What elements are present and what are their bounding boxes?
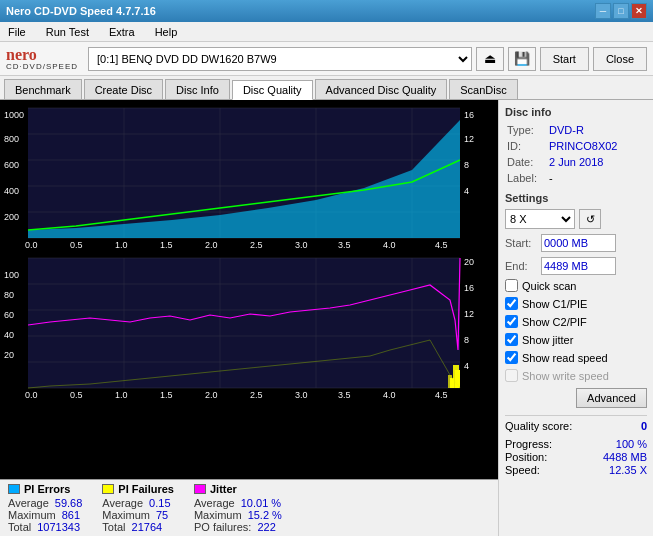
svg-text:12: 12 — [464, 309, 474, 319]
tab-advanced-disc-quality[interactable]: Advanced Disc Quality — [315, 79, 448, 99]
svg-text:4: 4 — [464, 186, 469, 196]
pi-errors-avg-value: 59.68 — [55, 497, 83, 509]
svg-text:16: 16 — [464, 110, 474, 120]
svg-text:4: 4 — [464, 361, 469, 371]
svg-text:1.0: 1.0 — [115, 390, 128, 400]
stats-bar: PI Errors Average 59.68 Maximum 861 Tota… — [0, 479, 498, 536]
show-c1-label: Show C1/PIE — [522, 298, 587, 310]
show-write-speed-row: Show write speed — [505, 369, 647, 382]
start-label: Start: — [505, 237, 537, 249]
tab-disc-quality[interactable]: Disc Quality — [232, 80, 313, 100]
toolbar: nero CD·DVD/SPEED [0:1] BENQ DVD DD DW16… — [0, 42, 653, 76]
svg-text:1.0: 1.0 — [115, 240, 128, 250]
jitter-color — [194, 484, 206, 494]
label-value: - — [549, 171, 645, 185]
menu-help[interactable]: Help — [151, 24, 182, 40]
end-field-row: End: — [505, 257, 647, 275]
settings-title: Settings — [505, 192, 647, 204]
speed-label: Speed: — [505, 464, 540, 476]
nero-logo: nero CD·DVD/SPEED — [6, 47, 78, 71]
svg-text:40: 40 — [4, 330, 14, 340]
svg-text:60: 60 — [4, 310, 14, 320]
show-c2-row: Show C2/PIF — [505, 315, 647, 328]
advanced-button[interactable]: Advanced — [576, 388, 647, 408]
svg-text:1.5: 1.5 — [160, 240, 173, 250]
position-row: Position: 4488 MB — [505, 451, 647, 463]
quality-score-label: Quality score: — [505, 420, 572, 432]
show-read-speed-row: Show read speed — [505, 351, 647, 364]
svg-text:1000: 1000 — [4, 110, 24, 120]
show-write-speed-label: Show write speed — [522, 370, 609, 382]
pi-errors-color — [8, 484, 20, 494]
drive-selector[interactable]: [0:1] BENQ DVD DD DW1620 B7W9 — [88, 47, 472, 71]
progress-section: Progress: 100 % Position: 4488 MB Speed:… — [505, 437, 647, 477]
jitter-max-label: Maximum — [194, 509, 242, 521]
tab-create-disc[interactable]: Create Disc — [84, 79, 163, 99]
svg-text:3.0: 3.0 — [295, 240, 308, 250]
svg-text:0.0: 0.0 — [25, 390, 38, 400]
pi-failures-title: PI Failures — [118, 483, 174, 495]
show-read-speed-checkbox[interactable] — [505, 351, 518, 364]
maximize-button[interactable]: □ — [613, 3, 629, 19]
pi-failures-stats: PI Failures Average 0.15 Maximum 75 Tota… — [102, 483, 174, 533]
window-controls: ─ □ ✕ — [595, 3, 647, 19]
date-label: Date: — [507, 155, 547, 169]
progress-label: Progress: — [505, 438, 552, 450]
pi-errors-stats: PI Errors Average 59.68 Maximum 861 Tota… — [8, 483, 82, 533]
svg-text:4.0: 4.0 — [383, 390, 396, 400]
menu-file[interactable]: File — [4, 24, 30, 40]
close-disc-button[interactable]: Close — [593, 47, 647, 71]
speed-selector[interactable]: 8 X — [505, 209, 575, 229]
menu-run-test[interactable]: Run Test — [42, 24, 93, 40]
progress-row: Progress: 100 % — [505, 438, 647, 450]
pi-failures-max-label: Maximum — [102, 509, 150, 521]
svg-text:600: 600 — [4, 160, 19, 170]
start-input[interactable] — [541, 234, 616, 252]
tab-bar: Benchmark Create Disc Disc Info Disc Qua… — [0, 76, 653, 100]
svg-text:0.0: 0.0 — [25, 240, 38, 250]
quick-scan-checkbox[interactable] — [505, 279, 518, 292]
minimize-button[interactable]: ─ — [595, 3, 611, 19]
pi-failures-max-value: 75 — [156, 509, 168, 521]
end-label: End: — [505, 260, 537, 272]
show-jitter-label: Show jitter — [522, 334, 573, 346]
svg-text:2.0: 2.0 — [205, 390, 218, 400]
pi-failures-avg-label: Average — [102, 497, 143, 509]
tab-disc-info[interactable]: Disc Info — [165, 79, 230, 99]
main-content: 1000 800 600 400 200 16 12 8 4 — [0, 100, 653, 536]
right-panel: Disc info Type: DVD-R ID: PRINCO8X02 Dat… — [498, 100, 653, 536]
tab-benchmark[interactable]: Benchmark — [4, 79, 82, 99]
label-label: Label: — [507, 171, 547, 185]
position-label: Position: — [505, 451, 547, 463]
save-button[interactable]: 💾 — [508, 47, 536, 71]
type-value: DVD-R — [549, 123, 645, 137]
show-jitter-row: Show jitter — [505, 333, 647, 346]
eject-button[interactable]: ⏏ — [476, 47, 504, 71]
tab-scan-disc[interactable]: ScanDisc — [449, 79, 517, 99]
quality-score-value: 0 — [641, 420, 647, 432]
show-c1-row: Show C1/PIE — [505, 297, 647, 310]
close-button[interactable]: ✕ — [631, 3, 647, 19]
pi-errors-total-label: Total — [8, 521, 31, 533]
disc-info-table: Type: DVD-R ID: PRINCO8X02 Date: 2 Jun 2… — [505, 121, 647, 187]
svg-text:100: 100 — [4, 270, 19, 280]
menu-extra[interactable]: Extra — [105, 24, 139, 40]
show-jitter-checkbox[interactable] — [505, 333, 518, 346]
show-c2-checkbox[interactable] — [505, 315, 518, 328]
svg-text:1.5: 1.5 — [160, 390, 173, 400]
svg-text:800: 800 — [4, 134, 19, 144]
show-c1-checkbox[interactable] — [505, 297, 518, 310]
svg-text:0.5: 0.5 — [70, 240, 83, 250]
jitter-avg-label: Average — [194, 497, 235, 509]
svg-text:8: 8 — [464, 335, 469, 345]
start-button[interactable]: Start — [540, 47, 589, 71]
jitter-avg-value: 10.01 % — [241, 497, 281, 509]
pi-failures-total-value: 21764 — [132, 521, 163, 533]
refresh-button[interactable]: ↺ — [579, 209, 601, 229]
quick-scan-row: Quick scan — [505, 279, 647, 292]
svg-text:80: 80 — [4, 290, 14, 300]
chart-area: 1000 800 600 400 200 16 12 8 4 — [0, 100, 498, 536]
date-value: 2 Jun 2018 — [549, 155, 645, 169]
svg-text:4.5: 4.5 — [435, 390, 448, 400]
end-input[interactable] — [541, 257, 616, 275]
